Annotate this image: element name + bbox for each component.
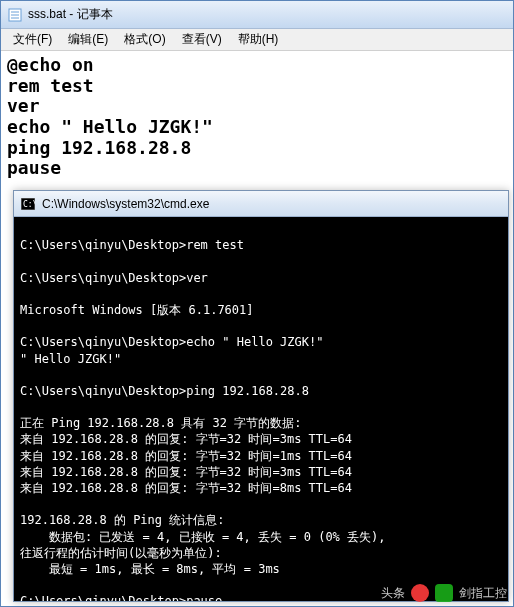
menu-view[interactable]: 查看(V): [174, 29, 230, 50]
cmd-output[interactable]: C:\Users\qinyu\Desktop>rem test C:\Users…: [14, 217, 508, 601]
watermark-text-right: 剑指工控: [459, 585, 507, 602]
watermark-text-left: 头条: [381, 585, 405, 602]
cmd-title: C:\Windows\system32\cmd.exe: [42, 197, 209, 211]
svg-text:C:\: C:\: [23, 200, 35, 209]
menu-edit[interactable]: 编辑(E): [60, 29, 116, 50]
notepad-menubar: 文件(F) 编辑(E) 格式(O) 查看(V) 帮助(H): [1, 29, 513, 51]
wechat-icon: [435, 584, 453, 602]
cmd-titlebar[interactable]: C:\ C:\Windows\system32\cmd.exe: [14, 191, 508, 217]
watermark: 头条 剑指工控: [381, 584, 507, 602]
menu-file[interactable]: 文件(F): [5, 29, 60, 50]
toutiao-icon: [411, 584, 429, 602]
notepad-window: sss.bat - 记事本 文件(F) 编辑(E) 格式(O) 查看(V) 帮助…: [0, 0, 514, 607]
notepad-title: sss.bat - 记事本: [28, 6, 113, 23]
menu-help[interactable]: 帮助(H): [230, 29, 287, 50]
cmd-window: C:\ C:\Windows\system32\cmd.exe C:\Users…: [13, 190, 509, 602]
notepad-titlebar[interactable]: sss.bat - 记事本: [1, 1, 513, 29]
notepad-icon: [7, 7, 23, 23]
notepad-editor[interactable]: @echo on rem test ver echo " Hello JZGK!…: [1, 51, 513, 183]
cmd-icon: C:\: [20, 196, 36, 212]
menu-format[interactable]: 格式(O): [116, 29, 173, 50]
